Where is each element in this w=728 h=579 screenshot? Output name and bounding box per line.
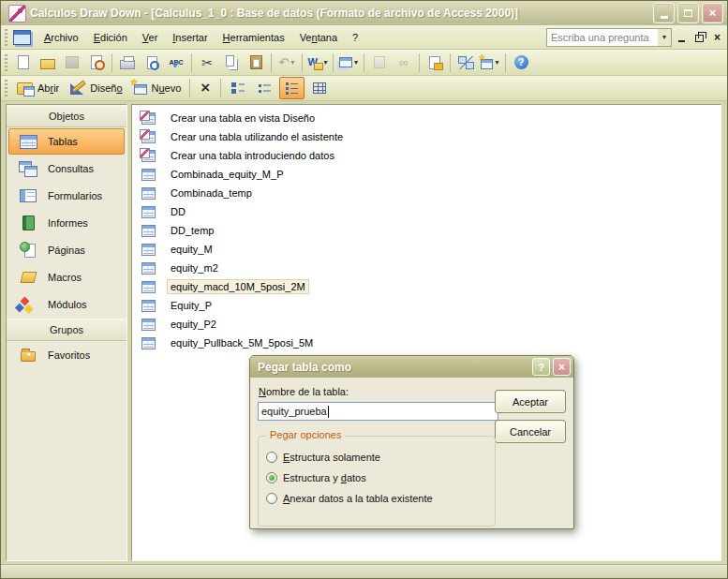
chevron-down-icon[interactable]: ▾: [658, 29, 671, 46]
large-icons-button[interactable]: [225, 77, 250, 99]
radio-button-selected[interactable]: [266, 472, 277, 483]
print-preview-button[interactable]: [141, 52, 163, 74]
paste-button[interactable]: [245, 52, 267, 74]
sidebar-item-tablas[interactable]: Tablas: [8, 128, 125, 155]
sidebar-item-modulos[interactable]: Módulos: [8, 291, 125, 318]
paste-option-row[interactable]: Anexar datos a la tabla existente: [266, 491, 433, 505]
close-button[interactable]: ×: [702, 3, 723, 23]
sidebar-group-favoritos[interactable]: Favoritos: [8, 342, 125, 368]
table-name-input[interactable]: equity_prueba: [258, 402, 498, 421]
office-links-button[interactable]: W▾: [306, 52, 329, 74]
accept-button[interactable]: Aceptar: [495, 390, 566, 413]
table-icon-wrap: [141, 206, 156, 218]
menu-archivo[interactable]: Archivo: [37, 28, 86, 47]
sidebar-item-formularios[interactable]: Formularios: [8, 183, 125, 209]
spelling-button[interactable]: ABC: [165, 52, 187, 74]
design-icon: [70, 82, 85, 95]
table-row[interactable]: Combinada_equity_M_P: [132, 165, 721, 184]
diseno-button[interactable]: Diseño: [65, 76, 127, 100]
menu-edicion[interactable]: Edición: [86, 28, 135, 47]
cut-button[interactable]: ✂: [196, 52, 218, 74]
sidebar-item-macros[interactable]: Macros: [8, 264, 125, 290]
print-icon: [120, 60, 135, 69]
properties-button[interactable]: [423, 52, 446, 74]
database-window-icon: [13, 30, 31, 45]
maximize-button[interactable]: [677, 3, 699, 23]
objects-header[interactable]: Objetos: [7, 105, 126, 127]
menu-items: ArchivoEdiciónVerInsertarHerramientasVen…: [37, 28, 365, 47]
new-object-button[interactable]: ▾: [479, 52, 501, 74]
access-window: Calculos Draw Down - [Calculus_1_0 : Bas…: [0, 0, 728, 579]
dialog-help-button[interactable]: ?: [532, 358, 550, 376]
dropdown-arrow-icon[interactable]: ▾: [323, 58, 327, 67]
sidebar-item-label: Módulos: [48, 299, 87, 310]
menu-insertar[interactable]: Insertar: [165, 28, 215, 47]
sidebar-item-informes[interactable]: Informes: [8, 210, 125, 236]
small-icons-button[interactable]: [252, 77, 277, 99]
toolbar-separator: [505, 53, 506, 72]
menu-ventana[interactable]: Ventana: [292, 28, 345, 47]
dialog-close-button[interactable]: ×: [553, 358, 571, 376]
radio-button[interactable]: [266, 493, 277, 504]
table-row[interactable]: equity_Pullback_5M_5posi_5M: [132, 334, 721, 352]
cut-icon: ✂: [201, 55, 213, 70]
table-icon-wrap: [141, 337, 156, 349]
table-icon-wrap: [141, 187, 156, 200]
table-row[interactable]: DD_temp: [132, 221, 721, 240]
table-name-label: DD: [167, 204, 189, 219]
sidebar-item-paginas[interactable]: Páginas: [8, 237, 125, 263]
relationships-button[interactable]: [454, 52, 477, 74]
help-button[interactable]: ?: [510, 52, 532, 74]
save-icon: [66, 56, 79, 68]
table-row[interactable]: equity_macd_10M_5posi_2M: [132, 277, 721, 296]
menu-herramientas[interactable]: Herramientas: [215, 28, 292, 47]
toolbar-grip[interactable]: [5, 54, 7, 71]
table-row[interactable]: Combinada_temp: [132, 184, 721, 202]
script-button: [368, 52, 391, 74]
open-button[interactable]: [37, 52, 59, 74]
cancel-button[interactable]: Cancelar: [495, 420, 566, 443]
create-table-shortcut[interactable]: Crear una tabla utilizando el asistente: [132, 127, 721, 146]
toolbar-grip[interactable]: [5, 80, 7, 96]
toolbar-grip[interactable]: [5, 29, 7, 46]
sidebar-item-consultas[interactable]: Consultas: [8, 156, 125, 182]
table-icon-wrap: [141, 319, 156, 331]
minimize-button[interactable]: [653, 3, 675, 23]
child-minimize-button[interactable]: [674, 30, 690, 45]
paste-option-row[interactable]: Estructura solamente: [266, 450, 380, 464]
sidebar-item-label: Macros: [48, 272, 82, 283]
groups-items: Favoritos: [7, 342, 126, 368]
analyze-button[interactable]: ▾: [337, 52, 360, 74]
table-row[interactable]: equity_m2: [132, 259, 721, 277]
table-row[interactable]: equity_P2: [132, 315, 721, 334]
child-close-button[interactable]: ×: [709, 30, 725, 45]
table-row[interactable]: Equity_P: [132, 296, 721, 315]
list-view-button[interactable]: [279, 77, 305, 99]
file-search-button[interactable]: [85, 52, 108, 74]
create-table-shortcut[interactable]: Crear una tabla introduciendo datos: [132, 146, 721, 165]
table-name-label: equity_M: [167, 242, 216, 257]
radio-button[interactable]: [266, 452, 277, 463]
toolbar-separator: [220, 79, 221, 97]
table-name-label: equity_Pullback_5M_5posi_5M: [167, 335, 317, 350]
dropdown-arrow-icon[interactable]: ▾: [495, 58, 498, 67]
table-row[interactable]: equity_M: [132, 240, 721, 259]
child-restore-button[interactable]: [691, 30, 707, 45]
details-view-button[interactable]: [306, 77, 332, 99]
table-name-label: Crear una tabla introduciendo datos: [167, 148, 338, 163]
nuevo-button[interactable]: Nuevo: [128, 76, 187, 100]
groups-header[interactable]: Grupos: [7, 319, 126, 341]
abrir-button[interactable]: Abrir: [11, 76, 65, 100]
paste-option-row[interactable]: Estructura y datos: [266, 470, 366, 484]
create-table-shortcut[interactable]: Crear una tabla en vista Diseño: [132, 109, 721, 127]
menu-ayuda[interactable]: ?: [345, 28, 365, 47]
table-row[interactable]: DD: [132, 202, 721, 221]
delete-button[interactable]: ×: [194, 77, 216, 99]
ask-question-combobox[interactable]: Escriba una pregunta ▾: [546, 28, 672, 47]
menu-ver[interactable]: Ver: [135, 28, 166, 47]
copy-button[interactable]: [220, 52, 243, 74]
dropdown-arrow-icon[interactable]: ▾: [354, 58, 358, 67]
new-button[interactable]: [12, 52, 35, 74]
objects-sidebar: Objetos TablasConsultasFormulariosInform…: [6, 104, 127, 561]
print-button[interactable]: [116, 52, 139, 74]
